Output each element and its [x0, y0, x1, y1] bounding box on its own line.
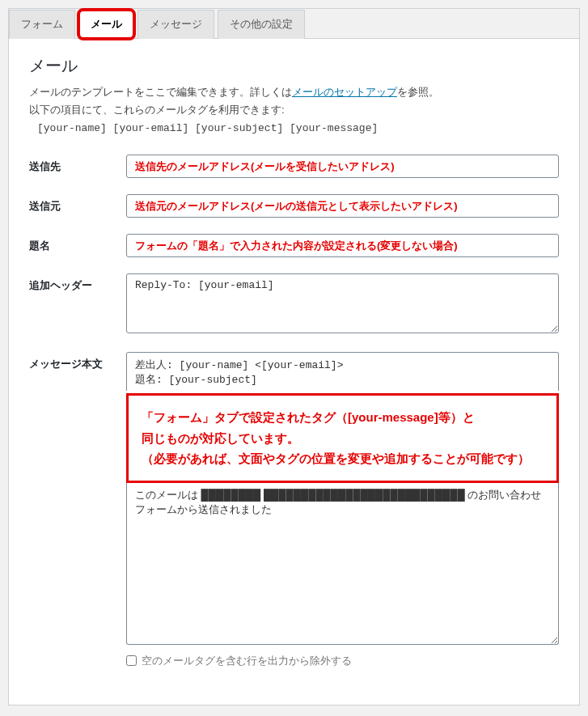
tab-bar: フォーム メール メッセージ その他の設定 [9, 9, 579, 39]
description: メールのテンプレートをここで編集できます。詳しくはメールのセットアップを参照。 [29, 85, 559, 100]
label-to: 送信先 [29, 155, 126, 174]
desc-link[interactable]: メールのセットアップ [292, 86, 397, 98]
mail-settings-panel: フォーム メール メッセージ その他の設定 メール メールのテンプレートをここで… [8, 8, 580, 705]
label-body: メッセージ本文 [29, 352, 126, 371]
tab-messages[interactable]: メッセージ [137, 10, 214, 39]
tab-form[interactable]: フォーム [9, 10, 75, 39]
desc-prefix: メールのテンプレートをここで編集できます。詳しくは [29, 86, 292, 98]
content-area: メール メールのテンプレートをここで編集できます。詳しくはメールのセットアップを… [9, 39, 579, 705]
tab-mail[interactable]: メール [78, 10, 134, 39]
label-subject: 題名 [29, 234, 126, 253]
row-body: メッセージ本文 「フォーム」タブで設定されたタグ（[your-message]等… [29, 352, 559, 668]
annotation-line2: 同じものが対応しています。 [142, 428, 544, 449]
label-headers: 追加ヘッダー [29, 273, 126, 293]
tab-other[interactable]: その他の設定 [218, 10, 305, 39]
row-headers: 追加ヘッダー [29, 273, 559, 336]
textarea-headers[interactable] [126, 273, 559, 333]
annotation-line3: （必要があれば、文面やタグの位置を変更や追加することが可能です） [142, 448, 544, 469]
checkbox-label-exclude: 空のメールタグを含む行を出力から除外する [142, 654, 352, 668]
desc-suffix: を参照。 [397, 86, 439, 98]
textarea-body-bottom[interactable] [126, 483, 559, 645]
annotation-overlay: 「フォーム」タブで設定されたタグ（[your-message]等）と 同じものが… [126, 393, 559, 483]
row-subject: 題名 [29, 234, 559, 257]
row-from: 送信元 [29, 194, 559, 218]
checkbox-row-exclude: 空のメールタグを含む行を出力から除外する [126, 654, 559, 668]
label-from: 送信元 [29, 194, 126, 214]
tags-intro: 以下の項目にて、これらのメールタグを利用できます: [29, 103, 559, 117]
input-subject[interactable] [126, 234, 559, 257]
input-from[interactable] [126, 194, 559, 218]
input-to[interactable] [126, 155, 559, 178]
textarea-body-top[interactable] [126, 352, 559, 391]
checkbox-exclude-empty[interactable] [126, 655, 137, 666]
annotation-line1: 「フォーム」タブで設定されたタグ（[your-message]等）と [142, 407, 544, 428]
tags-list: [your-name] [your-email] [your-subject] … [37, 122, 559, 134]
row-to: 送信先 [29, 155, 559, 178]
section-title: メール [29, 55, 559, 77]
